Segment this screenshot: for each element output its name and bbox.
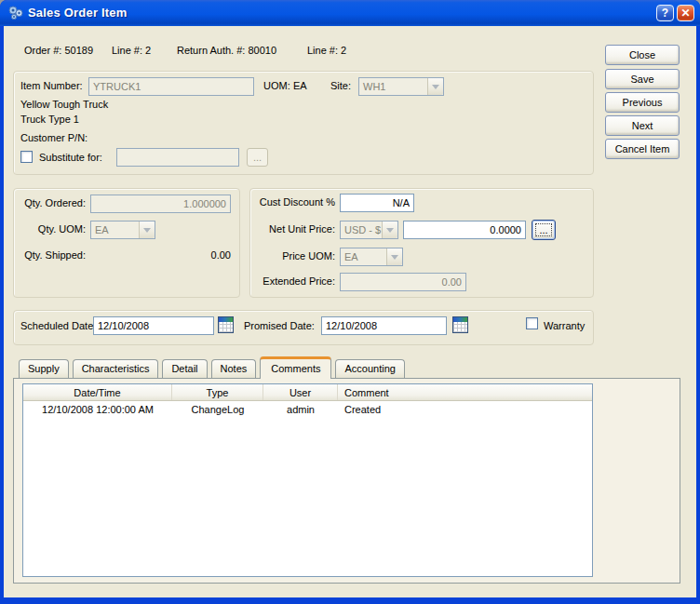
tab-bar: Supply Characteristics Detail Notes Comm… xyxy=(19,356,405,378)
substitute-browse-button: ... xyxy=(247,148,268,167)
chevron-down-icon xyxy=(427,78,443,95)
item-description-line1: Yellow Tough Truck xyxy=(20,99,108,110)
qty-shipped-value: 0.00 xyxy=(90,249,231,261)
customer-pn-label: Customer P/N: xyxy=(20,132,88,143)
currency-dropdown: USD - $ xyxy=(340,221,398,239)
qty-uom-dropdown: EA xyxy=(90,221,155,239)
extended-price-label: Extended Price: xyxy=(253,275,335,287)
titlebar[interactable]: Sales Order Item ? ✕ xyxy=(0,0,700,26)
sales-order-item-window: Sales Order Item ? ✕ Order #: 50189 Line… xyxy=(0,0,700,604)
tab-accounting[interactable]: Accounting xyxy=(335,359,404,378)
cancel-item-button[interactable]: Cancel Item xyxy=(605,139,680,159)
close-icon[interactable]: ✕ xyxy=(677,5,694,21)
substitute-checkbox[interactable] xyxy=(20,151,33,163)
next-button[interactable]: Next xyxy=(605,115,680,136)
window-title: Sales Order Item xyxy=(28,6,128,20)
qty-shipped-label: Qty. Shipped: xyxy=(13,249,86,261)
price-uom-label: Price UOM: xyxy=(253,250,335,262)
scheduled-calendar-icon[interactable] xyxy=(218,316,234,333)
column-header-comment[interactable]: Comment xyxy=(338,384,592,400)
item-number-label: Item Number: xyxy=(20,80,83,91)
item-number-field xyxy=(88,77,254,96)
extended-price-field xyxy=(340,273,466,291)
substitute-label: Substitute for: xyxy=(39,152,102,163)
return-auth-text: Return Auth. #: 80010 xyxy=(177,45,276,56)
site-label: Site: xyxy=(330,80,351,91)
promised-date-field[interactable] xyxy=(321,316,447,335)
warranty-checkbox[interactable] xyxy=(526,317,538,329)
cell-user: admin xyxy=(263,404,338,415)
tab-supply[interactable]: Supply xyxy=(19,359,69,378)
close-button[interactable]: Close xyxy=(605,45,680,65)
qty-ordered-field xyxy=(90,195,231,213)
line-number-text: Line #: 2 xyxy=(112,45,151,56)
column-header-datetime[interactable]: Date/Time xyxy=(23,384,172,400)
promised-calendar-icon[interactable] xyxy=(452,316,468,333)
item-description-line2: Truck Type 1 xyxy=(20,114,79,125)
return-line-number-text: Line #: 2 xyxy=(307,45,346,56)
cust-discount-field[interactable] xyxy=(340,194,414,212)
column-header-type[interactable]: Type xyxy=(172,384,263,400)
scheduled-date-field[interactable] xyxy=(93,316,214,335)
net-unit-price-label: Net Unit Price: xyxy=(253,223,335,235)
tab-notes[interactable]: Notes xyxy=(211,359,257,378)
help-button[interactable]: ? xyxy=(656,5,674,21)
site-dropdown: WH1 xyxy=(358,77,444,96)
uom-label: UOM: xyxy=(263,80,290,91)
price-browse-button[interactable]: ... xyxy=(532,220,556,240)
qty-uom-label: Qty. UOM: xyxy=(13,223,86,235)
cust-discount-label: Cust Discount % xyxy=(253,196,335,208)
substitute-field xyxy=(116,148,239,167)
order-number-text: Order #: 50189 xyxy=(24,45,93,56)
tab-comments[interactable]: Comments xyxy=(260,356,331,379)
price-uom-dropdown: EA xyxy=(340,248,403,266)
promised-date-label: Promised Date: xyxy=(244,320,315,331)
cell-comment: Created xyxy=(338,404,592,415)
chevron-down-icon xyxy=(386,248,402,265)
cell-type: ChangeLog xyxy=(172,404,263,415)
comments-list-header: Date/Time Type User Comment xyxy=(23,384,592,401)
dialog-client-area: Order #: 50189 Line #: 2 Return Auth. #:… xyxy=(4,26,696,597)
tab-detail[interactable]: Detail xyxy=(162,359,207,378)
column-header-user[interactable]: User xyxy=(263,384,338,400)
chevron-down-icon xyxy=(382,221,397,238)
qty-ordered-label: Qty. Ordered: xyxy=(13,197,86,208)
save-button[interactable]: Save xyxy=(605,69,680,89)
net-unit-price-field[interactable] xyxy=(403,221,526,239)
warranty-label: Warranty xyxy=(544,320,585,331)
tab-characteristics[interactable]: Characteristics xyxy=(73,359,159,378)
scheduled-date-label: Scheduled Date: xyxy=(20,320,96,331)
table-row[interactable]: 12/10/2008 12:00:00 AM ChangeLog admin C… xyxy=(23,401,592,417)
uom-value: EA xyxy=(293,80,307,91)
cell-datetime: 12/10/2008 12:00:00 AM xyxy=(23,404,172,415)
previous-button[interactable]: Previous xyxy=(605,92,680,113)
chevron-down-icon xyxy=(139,221,155,238)
comments-list: Date/Time Type User Comment 12/10/2008 1… xyxy=(22,383,593,577)
app-icon xyxy=(7,5,24,21)
